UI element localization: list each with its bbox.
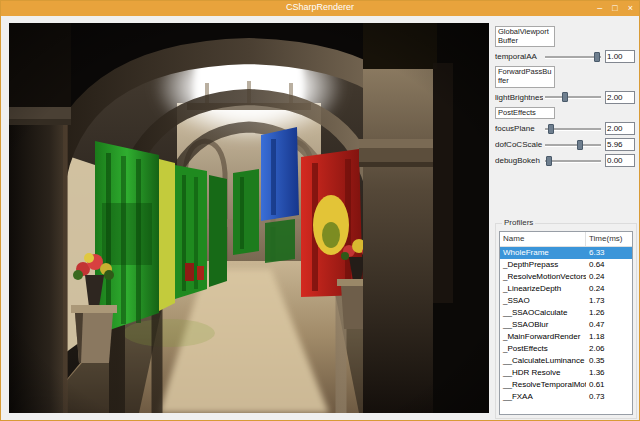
slider-thumb[interactable]	[594, 52, 600, 62]
profiler-row[interactable]: _MainForwardRender1.18	[500, 331, 632, 343]
temporalaa-value-input[interactable]: 1.00	[605, 50, 635, 63]
combo-globalviewportbuffer[interactable]: GlobalViewportBuffer	[495, 26, 555, 47]
profiler-time: 0.73	[586, 391, 632, 403]
profiler-row[interactable]: __ResolveTemporalMotionBased0.61	[500, 379, 632, 391]
debugbokeh-slider[interactable]	[545, 155, 601, 167]
profiler-time: 6.33	[586, 247, 632, 259]
profiler-row[interactable]: WholeFrame6.33	[500, 247, 632, 259]
minimize-button[interactable]: –	[597, 1, 602, 16]
profiler-name: _ResolveMotionVectors	[500, 271, 586, 283]
profiler-time: 1.73	[586, 295, 632, 307]
slider-row-lightbrightness: lightBrightness 2.00	[495, 90, 635, 105]
temporalaa-slider[interactable]	[545, 51, 601, 63]
profiler-row[interactable]: __FXAA0.73	[500, 391, 632, 403]
focusplane-value-input[interactable]: 2.00	[605, 122, 635, 135]
profiler-name: __SSAOCalculate	[500, 307, 586, 319]
profiler-time: 1.18	[586, 331, 632, 343]
profiler-name: __SSAOBlur	[500, 319, 586, 331]
focusplane-slider[interactable]	[545, 123, 601, 135]
profiler-row[interactable]: __SSAOBlur0.47	[500, 319, 632, 331]
profiler-time: 0.64	[586, 259, 632, 271]
profiler-name: _MainForwardRender	[500, 331, 586, 343]
profiler-name: _PostEffects	[500, 343, 586, 355]
profiler-row[interactable]: _DepthPrepass0.64	[500, 259, 632, 271]
app-window: CSharpRenderer – □ ×	[0, 0, 640, 421]
slider-label: dofCoCScale	[495, 140, 543, 149]
slider-label: lightBrightness	[495, 93, 543, 102]
profiler-list[interactable]: Name Time(ms) WholeFrame6.33 _DepthPrepa…	[499, 231, 633, 415]
sponza-render	[9, 23, 489, 413]
profiler-time: 0.24	[586, 271, 632, 283]
close-button[interactable]: ×	[628, 1, 633, 16]
profiler-name: _SSAO	[500, 295, 586, 307]
window-controls: – □ ×	[597, 1, 633, 16]
slider-row-dofcocscale: dofCoCScale 5.96	[495, 137, 635, 152]
title-bar[interactable]: CSharpRenderer – □ ×	[1, 1, 639, 16]
slider-label: debugBokeh	[495, 156, 543, 165]
profiler-row[interactable]: __CalculateLuminance0.35	[500, 355, 632, 367]
slider-thumb[interactable]	[546, 156, 552, 166]
vignette	[9, 23, 489, 413]
profiler-name: __ResolveTemporalMotionBased	[500, 379, 586, 391]
dofcocscale-slider[interactable]	[545, 139, 601, 151]
render-viewport[interactable]	[9, 23, 489, 413]
profiler-row[interactable]: __HDR Resolve1.36	[500, 367, 632, 379]
column-header-name[interactable]: Name	[500, 232, 586, 246]
profiler-row[interactable]: __SSAOCalculate1.26	[500, 307, 632, 319]
profiler-row[interactable]: _PostEffects2.06	[500, 343, 632, 355]
profiler-name: __FXAA	[500, 391, 586, 403]
profiler-row[interactable]: _ResolveMotionVectors0.24	[500, 271, 632, 283]
profiler-list-header: Name Time(ms)	[500, 232, 632, 247]
lightbrightness-value-input[interactable]: 2.00	[605, 91, 635, 104]
maximize-button[interactable]: □	[612, 1, 617, 16]
combo-forwardpassbuffer[interactable]: ForwardPassBuffer	[495, 66, 555, 87]
profiler-row[interactable]: _LinearizeDepth0.24	[500, 283, 632, 295]
column-header-time[interactable]: Time(ms)	[586, 232, 632, 246]
profiler-time: 0.61	[586, 379, 632, 391]
profilers-groupbox: Profilers Name Time(ms) WholeFrame6.33 _…	[495, 223, 637, 419]
slider-row-temporalaa: temporalAA 1.00	[495, 49, 635, 64]
combo-posteffects[interactable]: PostEffects	[495, 107, 555, 120]
window-title: CSharpRenderer	[1, 2, 639, 12]
profilers-title: Profilers	[502, 218, 535, 227]
debugbokeh-value-input[interactable]: 0.00	[605, 154, 635, 167]
profiler-name: _LinearizeDepth	[500, 283, 586, 295]
slider-row-focusplane: focusPlane 2.00	[495, 121, 635, 136]
slider-row-debugbokeh: debugBokeh 0.00	[495, 153, 635, 168]
slider-label: temporalAA	[495, 52, 543, 61]
dofcocscale-value-input[interactable]: 5.96	[605, 138, 635, 151]
slider-thumb[interactable]	[562, 92, 568, 102]
profiler-time: 0.47	[586, 319, 632, 331]
slider-thumb[interactable]	[577, 140, 583, 150]
control-panel: GlobalViewportBuffer temporalAA 1.00 For…	[495, 24, 635, 169]
profiler-time: 0.24	[586, 283, 632, 295]
profiler-time: 1.36	[586, 367, 632, 379]
profiler-name: __CalculateLuminance	[500, 355, 586, 367]
profiler-name: WholeFrame	[500, 247, 586, 259]
profiler-time: 1.26	[586, 307, 632, 319]
profiler-time: 2.06	[586, 343, 632, 355]
slider-label: focusPlane	[495, 124, 543, 133]
profiler-name: _DepthPrepass	[500, 259, 586, 271]
profiler-time: 0.35	[586, 355, 632, 367]
slider-thumb[interactable]	[548, 124, 554, 134]
client-area: GlobalViewportBuffer temporalAA 1.00 For…	[1, 16, 639, 420]
profiler-row[interactable]: _SSAO1.73	[500, 295, 632, 307]
lightbrightness-slider[interactable]	[545, 91, 601, 103]
profiler-name: __HDR Resolve	[500, 367, 586, 379]
